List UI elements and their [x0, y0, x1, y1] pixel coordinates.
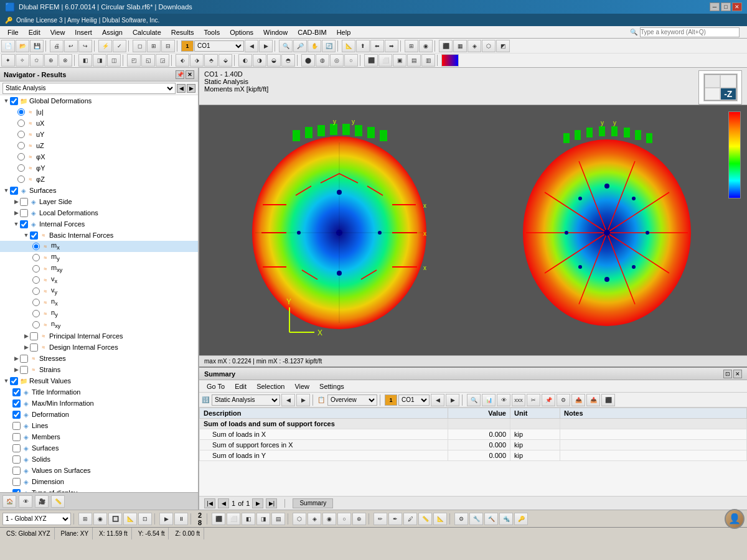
- radio-my[interactable]: [32, 254, 40, 261]
- bt-tool-1[interactable]: ⚙: [454, 513, 468, 525]
- sum-menu-selection[interactable]: Selection: [251, 380, 289, 393]
- sum-menu-view[interactable]: View: [289, 380, 314, 393]
- tb2-3[interactable]: ✩: [30, 54, 44, 67]
- tb-save[interactable]: 💾: [30, 40, 44, 52]
- tb2-18[interactable]: ◒: [267, 54, 281, 67]
- tree-members-rv[interactable]: ◈ Members: [0, 431, 198, 442]
- bt-extra-10[interactable]: ⊕: [352, 513, 366, 525]
- check-local[interactable]: [20, 209, 28, 217]
- bt-btn-4[interactable]: 📐: [123, 513, 137, 525]
- check-basic-if[interactable]: [30, 231, 38, 240]
- radio-mxy[interactable]: [32, 265, 40, 273]
- bt-pen-4[interactable]: 📏: [418, 513, 432, 525]
- tb-open[interactable]: 📂: [16, 40, 29, 52]
- menu-assign[interactable]: Assign: [97, 26, 128, 39]
- menu-results[interactable]: Results: [166, 26, 199, 39]
- radio-phiz[interactable]: [17, 175, 25, 183]
- tb2-7[interactable]: ◨: [93, 54, 106, 67]
- bt-extra-3[interactable]: ◧: [242, 513, 255, 525]
- tree-type-display-rv[interactable]: ◈ Type of display: [0, 487, 198, 492]
- menu-options[interactable]: Options: [225, 26, 258, 39]
- tb2-25[interactable]: ⬜: [378, 54, 392, 67]
- tree-phiz[interactable]: ≈ φZ: [0, 174, 198, 185]
- nav-btn-1[interactable]: 🏠: [2, 495, 16, 508]
- tb-view3[interactable]: ⊟: [161, 40, 175, 52]
- bt-pen-1[interactable]: ✏: [374, 513, 387, 525]
- tb2-16[interactable]: ◐: [238, 54, 252, 67]
- tb2-color[interactable]: [441, 54, 459, 67]
- tb-top[interactable]: ⬆: [356, 40, 370, 52]
- bt-btn-7[interactable]: ⏸: [174, 513, 188, 525]
- tb-extra5[interactable]: ◩: [496, 40, 510, 52]
- expand-icon-basic-if[interactable]: ▼: [22, 231, 30, 239]
- tb2-1[interactable]: ✦: [1, 54, 15, 67]
- nav-close-btn[interactable]: ✕: [186, 70, 194, 79]
- check-lines-rv[interactable]: [12, 422, 21, 430]
- bt-extra-2[interactable]: ⬜: [227, 513, 240, 525]
- tb-zoom-out[interactable]: 🔎: [293, 40, 307, 52]
- tb2-28[interactable]: ▥: [421, 54, 435, 67]
- tb2-12[interactable]: ⬖: [176, 54, 189, 67]
- radio-nxy[interactable]: [32, 321, 40, 329]
- tb2-24[interactable]: ⬛: [364, 54, 378, 67]
- bt-extra-4[interactable]: ◨: [256, 513, 270, 525]
- radio-phix[interactable]: [17, 153, 25, 161]
- sum-next-co[interactable]: ▶: [446, 394, 459, 406]
- tree-uy[interactable]: ≈ uY: [0, 129, 198, 140]
- tree-surfaces[interactable]: ▼ ◈ Surfaces: [0, 185, 198, 196]
- tb-redo[interactable]: ↪: [78, 40, 92, 52]
- tree-u-abs[interactable]: ≈ |u|: [0, 106, 198, 118]
- summary-prev[interactable]: ◀: [281, 394, 295, 406]
- radio-vy[interactable]: [32, 287, 40, 295]
- radio-mx[interactable]: [32, 243, 40, 250]
- check-principal[interactable]: [30, 332, 38, 340]
- menu-window[interactable]: Window: [258, 26, 293, 39]
- tree-lines-rv[interactable]: ◈ Lines: [0, 420, 198, 431]
- bt-pen-3[interactable]: 🖊: [403, 513, 417, 525]
- check-design[interactable]: [30, 343, 38, 352]
- tree-local-deformations[interactable]: ▶ ◈ Local Deformations: [0, 207, 198, 218]
- sum-prev-co[interactable]: ◀: [431, 394, 444, 406]
- check-members-rv[interactable]: [12, 433, 21, 441]
- summary-overview-select[interactable]: Overview: [327, 394, 377, 406]
- tree-vy[interactable]: ≈ vy: [0, 286, 198, 297]
- bt-btn-3[interactable]: 🔲: [108, 513, 122, 525]
- summary-analysis-select[interactable]: Static Analysis: [212, 394, 280, 406]
- bt-tool-2[interactable]: 🔧: [469, 513, 483, 525]
- menu-help[interactable]: Help: [332, 26, 356, 39]
- tb2-8[interactable]: ◫: [107, 54, 121, 67]
- sum-tb-8[interactable]: 📤: [571, 394, 585, 406]
- tb-check[interactable]: ✓: [113, 40, 126, 52]
- bt-extra-8[interactable]: ◉: [322, 513, 336, 525]
- radio-uz[interactable]: [17, 142, 25, 149]
- tb-view2[interactable]: ⊞: [147, 40, 161, 52]
- tb-extra3[interactable]: ◈: [467, 40, 481, 52]
- tb-view1[interactable]: ◻: [133, 40, 146, 52]
- tree-result-values[interactable]: ▼ 📁 Result Values: [0, 375, 198, 386]
- tree-design-if[interactable]: ▶ ≈ Design Internal Forces: [0, 342, 198, 353]
- menu-edit[interactable]: Edit: [24, 26, 45, 39]
- tb2-20[interactable]: ⬤: [301, 54, 315, 67]
- tree-ny[interactable]: ≈ ny: [0, 308, 198, 319]
- check-strain[interactable]: [20, 366, 28, 374]
- bt-tool-3[interactable]: 🔨: [484, 513, 498, 525]
- search-input[interactable]: [640, 27, 740, 37]
- tb-rotate[interactable]: 🔄: [322, 40, 336, 52]
- nav-arr-right[interactable]: ▶: [187, 84, 195, 93]
- tb2-4[interactable]: ⊕: [44, 54, 58, 67]
- summary-restore-btn[interactable]: ⊡: [723, 370, 732, 378]
- check-if[interactable]: [20, 220, 28, 228]
- tb2-13[interactable]: ⬗: [190, 54, 204, 67]
- tb2-14[interactable]: ⬘: [204, 54, 218, 67]
- pag-last[interactable]: ▶|: [266, 498, 277, 508]
- menu-view[interactable]: View: [45, 26, 70, 39]
- load-case-select[interactable]: CO1: [194, 40, 244, 52]
- check-vos-rv[interactable]: [12, 467, 21, 475]
- menu-insert[interactable]: Insert: [70, 26, 97, 39]
- sum-menu-edit[interactable]: Edit: [230, 380, 251, 393]
- bt-pen-5[interactable]: 📐: [433, 513, 447, 525]
- summary-next[interactable]: ▶: [296, 394, 310, 406]
- bt-extra-1[interactable]: ⬛: [212, 513, 225, 525]
- tb2-19[interactable]: ◓: [281, 54, 295, 67]
- expand-icon-layer[interactable]: ▶: [12, 198, 20, 205]
